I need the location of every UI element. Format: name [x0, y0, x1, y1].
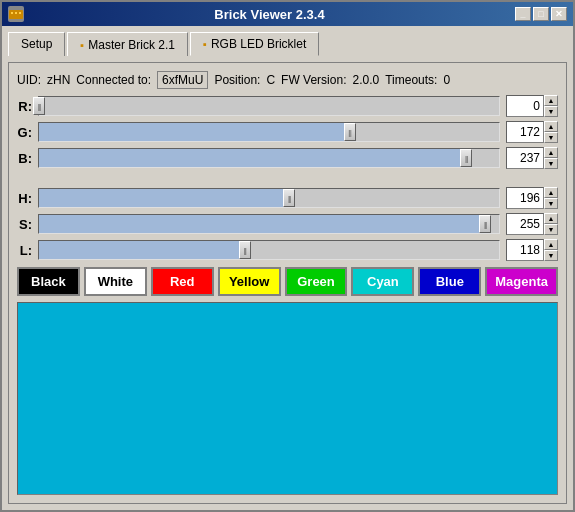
b-slider[interactable]: [38, 148, 500, 168]
color-preview: [17, 302, 558, 495]
maximize-button[interactable]: □: [533, 7, 549, 21]
s-spin-up[interactable]: ▲: [544, 213, 558, 224]
h-spin-down[interactable]: ▼: [544, 198, 558, 209]
cyan-button[interactable]: Cyan: [351, 267, 414, 296]
tab-setup[interactable]: Setup: [8, 32, 65, 56]
r-input[interactable]: [506, 95, 544, 117]
g-fill: [39, 123, 350, 141]
h-input[interactable]: [506, 187, 544, 209]
l-spinbox: ▲ ▼: [506, 239, 558, 261]
r-slider[interactable]: [38, 96, 500, 116]
h-slider-row: H: ▲ ▼: [17, 187, 558, 209]
h-spin-btns: ▲ ▼: [544, 187, 558, 209]
rgb-led-tab-icon: ▪: [203, 38, 207, 50]
tab-master-brick[interactable]: ▪ Master Brick 2.1: [67, 32, 188, 56]
tab-bar: Setup ▪ Master Brick 2.1 ▪ RGB LED Brick…: [8, 32, 567, 56]
g-input[interactable]: [506, 121, 544, 143]
color-buttons: Black White Red Yellow Green Cyan Blue M…: [17, 267, 558, 296]
connected-value: 6xfMuU: [157, 71, 208, 89]
b-spin-up[interactable]: ▲: [544, 147, 558, 158]
l-label: L:: [17, 243, 32, 258]
l-spin-btns: ▲ ▼: [544, 239, 558, 261]
s-input[interactable]: [506, 213, 544, 235]
yellow-button[interactable]: Yellow: [218, 267, 281, 296]
g-spin-down[interactable]: ▼: [544, 132, 558, 143]
h-thumb[interactable]: [283, 189, 295, 207]
tab-panel: UID: zHN Connected to: 6xfMuU Position: …: [8, 62, 567, 504]
close-button[interactable]: ✕: [551, 7, 567, 21]
window-icon: [8, 6, 24, 22]
fw-label: FW Version:: [281, 73, 346, 87]
g-label: G:: [17, 125, 32, 140]
s-label: S:: [17, 217, 32, 232]
tab-rgb-led[interactable]: ▪ RGB LED Bricklet: [190, 32, 319, 56]
s-spinbox: ▲ ▼: [506, 213, 558, 235]
timeouts-label: Timeouts:: [385, 73, 437, 87]
s-slider[interactable]: [38, 214, 500, 234]
divider: [17, 175, 558, 181]
l-input[interactable]: [506, 239, 544, 261]
minimize-button[interactable]: _: [515, 7, 531, 21]
b-label: B:: [17, 151, 32, 166]
main-window: Brick Viewer 2.3.4 _ □ ✕ Setup ▪ Master …: [0, 0, 575, 512]
g-spin-btns: ▲ ▼: [544, 121, 558, 143]
svg-rect-0: [9, 10, 23, 19]
h-fill: [39, 189, 289, 207]
l-fill: [39, 241, 245, 259]
rgb-sliders: R: ▲ ▼ G:: [17, 95, 558, 169]
b-input[interactable]: [506, 147, 544, 169]
g-slider[interactable]: [38, 122, 500, 142]
b-spin-btns: ▲ ▼: [544, 147, 558, 169]
r-spinbox: ▲ ▼: [506, 95, 558, 117]
h-spinbox: ▲ ▼: [506, 187, 558, 209]
position-label: Position:: [214, 73, 260, 87]
g-spin-up[interactable]: ▲: [544, 121, 558, 132]
l-thumb[interactable]: [239, 241, 251, 259]
g-spinbox: ▲ ▼: [506, 121, 558, 143]
b-spin-down[interactable]: ▼: [544, 158, 558, 169]
svg-rect-3: [19, 12, 21, 14]
s-slider-row: S: ▲ ▼: [17, 213, 558, 235]
timeouts-value: 0: [443, 73, 450, 87]
info-row: UID: zHN Connected to: 6xfMuU Position: …: [17, 71, 558, 89]
l-slider[interactable]: [38, 240, 500, 260]
window-content: Setup ▪ Master Brick 2.1 ▪ RGB LED Brick…: [2, 26, 573, 510]
r-spin-up[interactable]: ▲: [544, 95, 558, 106]
title-bar: Brick Viewer 2.3.4 _ □ ✕: [2, 2, 573, 26]
position-value: C: [266, 73, 275, 87]
uid-label: UID:: [17, 73, 41, 87]
b-slider-row: B: ▲ ▼: [17, 147, 558, 169]
uid-value: zHN: [47, 73, 70, 87]
red-button[interactable]: Red: [151, 267, 214, 296]
h-spin-up[interactable]: ▲: [544, 187, 558, 198]
l-spin-down[interactable]: ▼: [544, 250, 558, 261]
connected-label: Connected to:: [76, 73, 151, 87]
b-fill: [39, 149, 466, 167]
g-slider-row: G: ▲ ▼: [17, 121, 558, 143]
blue-button[interactable]: Blue: [418, 267, 481, 296]
l-slider-row: L: ▲ ▼: [17, 239, 558, 261]
magenta-button[interactable]: Magenta: [485, 267, 558, 296]
g-thumb[interactable]: [344, 123, 356, 141]
s-thumb[interactable]: [479, 215, 491, 233]
r-label: R:: [17, 99, 32, 114]
r-spin-down[interactable]: ▼: [544, 106, 558, 117]
window-controls: _ □ ✕: [515, 7, 567, 21]
l-spin-up[interactable]: ▲: [544, 239, 558, 250]
black-button[interactable]: Black: [17, 267, 80, 296]
b-spinbox: ▲ ▼: [506, 147, 558, 169]
fw-value: 2.0.0: [352, 73, 379, 87]
s-spin-down[interactable]: ▼: [544, 224, 558, 235]
r-thumb[interactable]: [33, 97, 45, 115]
s-spin-btns: ▲ ▼: [544, 213, 558, 235]
green-button[interactable]: Green: [285, 267, 348, 296]
r-slider-row: R: ▲ ▼: [17, 95, 558, 117]
svg-rect-2: [15, 12, 17, 14]
r-spin-btns: ▲ ▼: [544, 95, 558, 117]
master-brick-tab-icon: ▪: [80, 39, 84, 51]
white-button[interactable]: White: [84, 267, 147, 296]
h-label: H:: [17, 191, 32, 206]
b-thumb[interactable]: [460, 149, 472, 167]
h-slider[interactable]: [38, 188, 500, 208]
svg-rect-1: [11, 12, 13, 14]
